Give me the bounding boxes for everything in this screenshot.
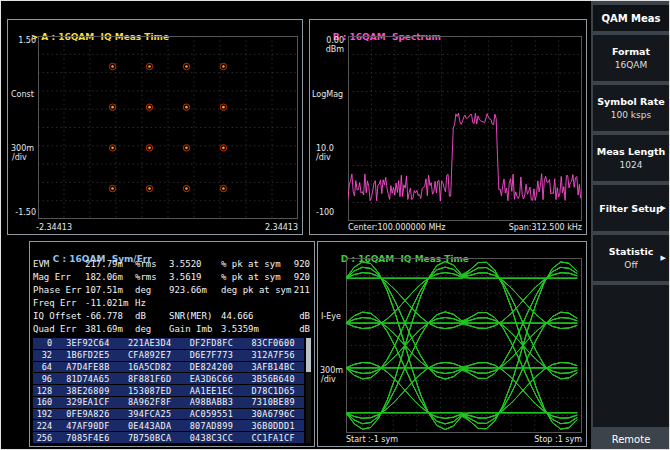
meas-value: 381.69m — [85, 324, 135, 334]
meas-unit-2: 3.5359m — [221, 324, 293, 334]
softkey-filter-setup[interactable]: Filter Setup▶ — [593, 185, 669, 231]
meas-label: Phase Err — [33, 285, 85, 295]
submenu-arrow-icon: ▶ — [661, 254, 666, 262]
symbol-hex: DE824200 — [181, 362, 243, 372]
symbol-hex: D6E7F773 — [181, 350, 243, 360]
meas-value: 217.79m — [85, 259, 135, 269]
scrollbar-thumb[interactable] — [306, 338, 311, 372]
symbol-hex: 0E443ADA — [119, 421, 181, 431]
a-scale-unit-label: /div — [12, 153, 27, 162]
symbol-hex: 3EF92C64 — [57, 338, 119, 348]
panel-a-constellation: >A : 16QAM IQ Meas Time 1.50 Const 300m … — [7, 19, 303, 235]
symbol-hex: 3AFB14BC — [242, 362, 304, 372]
symbol-hex: 3B56B640 — [242, 374, 304, 384]
symbol-hex: EA3D6C66 — [181, 374, 243, 384]
meas-label: Quad Err — [33, 324, 85, 334]
meas-unit: deg — [135, 285, 169, 295]
meas-sym-index: 920 — [293, 259, 311, 269]
symbol-index: 256 — [33, 433, 57, 443]
softkey-meas-length[interactable]: Meas Length1024 — [593, 135, 669, 181]
symbol-table-scrollbar[interactable] — [306, 338, 311, 443]
measurement-row: EVM217.79m%rms3.5520% pk at sym920 — [33, 257, 311, 270]
softkey-value: 1024 — [620, 160, 643, 170]
submenu-arrow-icon: ▶ — [661, 204, 666, 212]
panel-b-spectrum: B : 16QAM Spectrum 0.00 dBm LogMag 10.0 … — [309, 19, 587, 235]
measurement-row: IQ Offset-66.778dBSNR(MER)44.666dB — [33, 309, 311, 322]
remote-status: Remote — [593, 431, 669, 447]
symbol-hex: DF2FD8FC — [181, 338, 243, 348]
symbol-hex: 16A5CD82 — [119, 362, 181, 372]
meas-label: Mag Err — [33, 272, 85, 282]
symbol-index: 160 — [33, 397, 57, 407]
symbol-table-row: 321B6FD2E5CFA892E7D6E7F773312A7F56 — [33, 350, 304, 361]
symbol-hex: CC1FA1CF — [242, 433, 304, 443]
symbol-index: 128 — [33, 386, 57, 396]
symbol-hex: 1B6FD2E5 — [57, 350, 119, 360]
panel-c-sym-err: C : 16QAM Sym/Err EVM217.79m%rms3.5520% … — [29, 241, 315, 447]
meas-value-2: 3.5520 — [169, 259, 221, 269]
symbol-index: 32 — [33, 350, 57, 360]
symbol-hex: 221AE3D4 — [119, 338, 181, 348]
d-scale-label: 300m — [320, 366, 343, 375]
symbol-table-row: 9681D74A658F881F6DEA3D6C663B56B640 — [33, 373, 304, 384]
meas-unit-2: deg pk at sym — [221, 285, 293, 295]
meas-unit-2: % pk at sym — [221, 259, 293, 269]
symbol-hex: A98BABB3 — [181, 397, 243, 407]
symbol-table-row: 22447AF90DF0E443ADA807AD89936B0DDD1 — [33, 420, 304, 431]
measurement-row: Freq Err-11.021mHz — [33, 296, 311, 309]
meas-unit-2: % pk at sym — [221, 272, 293, 282]
eye-diagram-plot — [346, 258, 582, 433]
symbol-table-row: 64A7D4FE8B16A5CD82DE8242003AFB14BC — [33, 362, 304, 373]
a-y-max-label: 1.50 — [10, 36, 36, 45]
meas-value-2: Gain Imb — [169, 324, 221, 334]
b-axis-label: LogMag — [312, 90, 343, 99]
b-y-min-label: -100 — [316, 208, 334, 217]
symbol-index: 192 — [33, 409, 57, 419]
a-axis-label: Const — [11, 90, 34, 99]
meas-unit-2: 44.666 — [221, 311, 293, 321]
softkey-list: Format16QAMSymbol Rate100 kspsMeas Lengt… — [593, 35, 669, 281]
symbol-hex: 7B750BCA — [119, 433, 181, 443]
meas-sym-index: 211 — [293, 285, 311, 295]
symbol-table-row: 03EF92C64221AE3D4DF2FD8FC83CF0600 — [33, 338, 304, 349]
symbol-hex: 7310BE89 — [242, 397, 304, 407]
softkey-symbol-rate[interactable]: Symbol Rate100 ksps — [593, 85, 669, 131]
a-scale-label: 300m — [11, 144, 34, 153]
symbol-hex-table: 03EF92C64221AE3D4DF2FD8FC83CF0600321B6FD… — [33, 338, 304, 443]
symbol-table-row: 2567085F4E67B750BCA0438C3CCCC1FA1CF — [33, 432, 304, 443]
d-axis-label: I-Eye — [321, 312, 341, 321]
symbol-hex: 0FE9A826 — [57, 409, 119, 419]
symbol-index: 64 — [33, 362, 57, 372]
symbol-hex: 329EA1CF — [57, 397, 119, 407]
symbol-hex: 807AD899 — [181, 421, 243, 431]
meas-unit: %rms — [135, 272, 169, 282]
symbol-hex: 83CF0600 — [242, 338, 304, 348]
meas-value: -11.021m — [85, 298, 135, 308]
softkey-label: Format — [612, 46, 650, 57]
symbol-table-row: 12838E26809153087EDAA1EE1ECD78C1D65 — [33, 385, 304, 396]
b-ref-level-label: 0.00 — [312, 36, 344, 45]
meas-value-2: 923.66m — [169, 285, 221, 295]
meas-unit: Hz — [135, 298, 169, 308]
meas-sym-index: 920 — [293, 272, 311, 282]
symbol-table-row: 160329EA1CF8A962F8FA98BABB37310BE89 — [33, 397, 304, 408]
symbol-hex: AA1EE1EC — [181, 386, 243, 396]
meas-value: 107.51m — [85, 285, 135, 295]
meas-sym-index: dB — [293, 324, 311, 334]
softkey-label: Statistic — [609, 246, 654, 257]
softkey-statistic[interactable]: StatisticOff▶ — [593, 235, 669, 281]
panel-b-title: B : 16QAM Spectrum — [310, 20, 586, 36]
panel-d-title: D : 16QAM IQ Meas Time — [318, 242, 586, 258]
symbol-hex: 7085F4E6 — [57, 433, 119, 443]
softkey-empty-area — [593, 285, 669, 427]
softkey-value: Off — [624, 260, 637, 270]
menu-title: QAM Meas — [593, 5, 669, 31]
meas-value: 182.06m — [85, 272, 135, 282]
symbol-hex: 36B0DDD1 — [242, 421, 304, 431]
meas-unit: dB — [135, 311, 169, 321]
meas-value-2: 3.5619 — [169, 272, 221, 282]
softkey-format[interactable]: Format16QAM — [593, 35, 669, 81]
symbol-hex: D78C1D65 — [242, 386, 304, 396]
meas-label: EVM — [33, 259, 85, 269]
symbol-index: 96 — [33, 374, 57, 384]
